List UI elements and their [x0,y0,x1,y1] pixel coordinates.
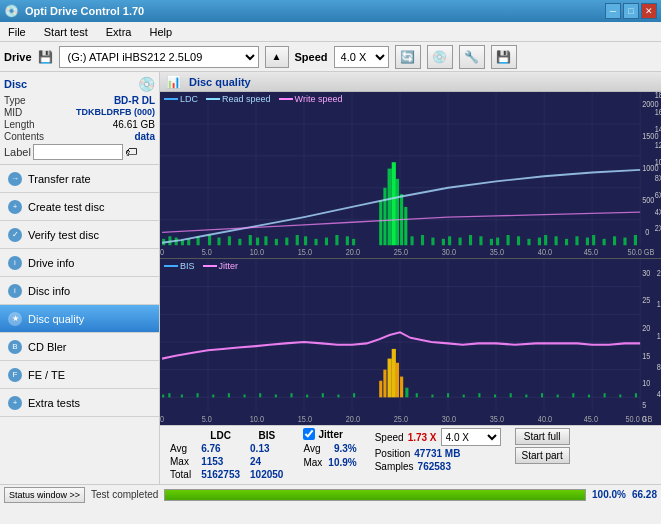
svg-rect-35 [352,239,355,245]
extra-tests-label: Extra tests [28,397,80,409]
jitter-max-label: Max [303,457,322,468]
svg-rect-120 [353,393,355,397]
svg-rect-142 [635,393,637,397]
bottom-chart: BIS Jitter [160,259,661,425]
svg-rect-44 [421,235,424,245]
contents-label: Contents [4,131,44,142]
menu-help[interactable]: Help [145,24,176,40]
svg-text:50.0 GB: 50.0 GB [626,413,653,424]
speed-select[interactable]: 4.0 X [334,46,389,68]
svg-rect-118 [322,393,324,397]
svg-rect-43 [411,236,414,245]
sidebar: Disc 💿 Type BD-R DL MID TDKBLDRFB (000) … [0,72,160,484]
sidebar-item-create-test-disc[interactable]: + Create test disc [0,193,159,221]
ldc-col-header: LDC [197,430,244,441]
jitter-checkbox[interactable] [303,428,315,440]
svg-rect-132 [478,393,480,397]
progress-percent: 100.0% [592,489,626,500]
eject-button[interactable]: ▲ [265,46,289,68]
drive-select[interactable]: (G:) ATAPI iHBS212 2.5L09 [59,46,259,68]
legend-write-label: Write speed [295,94,343,104]
samples-value: 762583 [418,461,451,472]
jitter-max-value: 10.9% [328,457,356,468]
svg-rect-128 [416,393,418,397]
svg-rect-137 [557,395,559,398]
svg-rect-51 [490,239,493,245]
svg-rect-45 [431,238,434,246]
svg-text:50.0 GB: 50.0 GB [628,248,655,258]
sidebar-item-drive-info[interactable]: i Drive info [0,249,159,277]
speed-info-label: Speed [375,432,404,443]
mid-value: TDKBLDRFB (000) [76,107,155,118]
sidebar-item-extra-tests[interactable]: + Extra tests [0,389,159,417]
svg-rect-30 [304,236,307,245]
svg-rect-60 [575,236,578,245]
stats-table: LDC BIS Avg 6.76 0.13 Max 1153 24 Total … [164,428,289,482]
svg-text:10X: 10X [655,157,661,167]
extra-tests-icon: + [8,396,22,410]
svg-text:0: 0 [160,413,164,424]
svg-rect-133 [494,395,496,398]
cd-bler-label: CD Bler [28,341,67,353]
bottom-chart-svg: 30 25 20 15 10 5 0 20% 16% 12% 8% 4% 0 5… [160,259,661,425]
speed-combo[interactable]: 4.0 X [441,428,501,446]
svg-rect-63 [603,239,606,245]
svg-text:40.0: 40.0 [538,248,553,258]
speed-info-value: 1.73 X [408,432,437,443]
mid-label: MID [4,107,22,118]
svg-text:15: 15 [642,350,650,361]
svg-text:25: 25 [642,294,650,305]
svg-rect-50 [479,236,482,245]
svg-rect-29 [296,235,299,245]
legend-jitter: Jitter [203,261,239,271]
ldc-avg: 6.76 [197,443,244,454]
svg-rect-20 [208,235,211,245]
svg-text:4X: 4X [655,207,661,217]
maximize-button[interactable]: □ [623,3,639,19]
top-chart: LDC Read speed Write speed [160,92,661,259]
save-button[interactable]: 💾 [491,45,517,69]
sidebar-item-cd-bler[interactable]: B CD Bler [0,333,159,361]
menu-extra[interactable]: Extra [102,24,136,40]
svg-text:5.0: 5.0 [202,413,212,424]
sidebar-item-transfer-rate[interactable]: → Transfer rate [0,165,159,193]
sidebar-item-disc-info[interactable]: i Disc info [0,277,159,305]
start-full-button[interactable]: Start full [515,428,570,445]
svg-rect-116 [290,393,292,397]
sidebar-item-fe-te[interactable]: F FE / TE [0,361,159,389]
svg-text:12%: 12% [657,330,661,341]
svg-rect-25 [256,238,259,246]
svg-text:20.0: 20.0 [346,248,361,258]
fe-te-icon: F [8,368,22,382]
label-button[interactable]: 🏷 [125,145,137,159]
svg-rect-126 [400,377,403,398]
length-label: Length [4,119,35,130]
svg-text:18X: 18X [655,92,661,101]
sidebar-item-disc-quality[interactable]: ★ Disc quality [0,305,159,333]
settings-button[interactable]: 🔧 [459,45,485,69]
disc-button[interactable]: 💿 [427,45,453,69]
type-value: BD-R DL [114,95,155,106]
svg-rect-39 [392,162,396,245]
bis-avg: 0.13 [246,443,287,454]
svg-text:0: 0 [645,227,649,237]
sidebar-item-verify-test-disc[interactable]: ✓ Verify test disc [0,221,159,249]
svg-rect-24 [249,235,252,245]
legend-read-speed: Read speed [206,94,271,104]
svg-rect-122 [383,370,386,398]
transfer-rate-label: Transfer rate [28,173,91,185]
refresh-button[interactable]: 🔄 [395,45,421,69]
drive-label: Drive [4,51,32,63]
svg-rect-61 [586,238,589,246]
close-button[interactable]: ✕ [641,3,657,19]
disc-label-input[interactable] [33,144,123,160]
menu-file[interactable]: File [4,24,30,40]
svg-text:25.0: 25.0 [394,413,408,424]
svg-text:15.0: 15.0 [298,413,312,424]
menu-start-test[interactable]: Start test [40,24,92,40]
svg-rect-31 [314,239,317,245]
start-part-button[interactable]: Start part [515,447,570,464]
status-window-button[interactable]: Status window >> [4,487,85,503]
total-label: Total [166,469,195,480]
minimize-button[interactable]: ─ [605,3,621,19]
